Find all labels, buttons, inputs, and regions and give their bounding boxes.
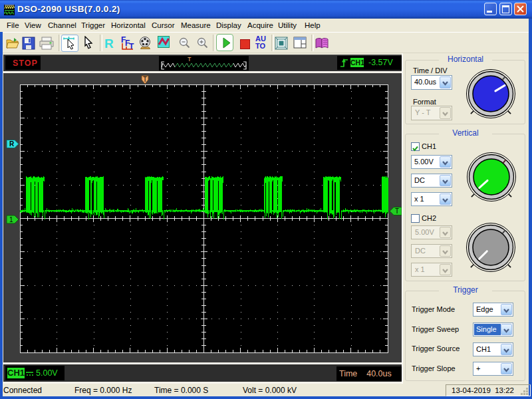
svg-text:R: R: [9, 140, 15, 148]
svg-text:T: T: [188, 56, 192, 63]
svg-text:T: T: [129, 42, 134, 51]
svg-text:T: T: [143, 76, 147, 83]
svg-text:T: T: [395, 207, 399, 215]
svg-text:1: 1: [9, 216, 13, 223]
